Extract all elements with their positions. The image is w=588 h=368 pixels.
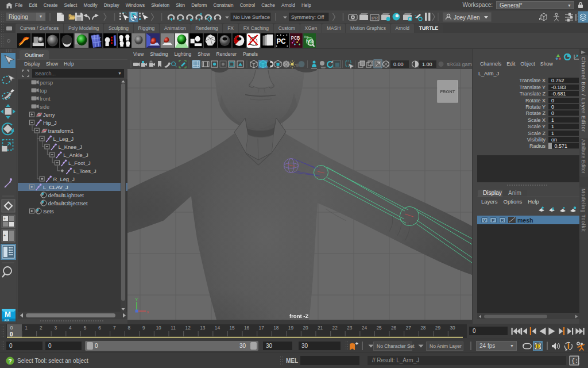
svg-text:Sets: Sets <box>43 209 54 214</box>
svg-text:11: 11 <box>171 325 176 331</box>
svg-text:14: 14 <box>215 325 220 331</box>
svg-text:8: 8 <box>127 325 130 331</box>
svg-text:24: 24 <box>362 325 368 331</box>
svg-text:3: 3 <box>54 325 57 331</box>
svg-text:16: 16 <box>244 325 250 331</box>
svg-text:L_Ankle_J: L_Ankle_J <box>63 152 88 158</box>
svg-text:L_Knee_J: L_Knee_J <box>58 144 82 150</box>
svg-text:Hip_J: Hip_J <box>43 120 57 126</box>
svg-text:29: 29 <box>435 325 441 331</box>
svg-text:0: 0 <box>10 331 13 338</box>
svg-text:defaultObjectSet: defaultObjectSet <box>48 201 88 206</box>
svg-text:Jerry: Jerry <box>43 112 55 118</box>
svg-text:12: 12 <box>185 325 191 331</box>
svg-text:AYA: AYA <box>5 319 9 322</box>
svg-text:0: 0 <box>10 325 13 331</box>
svg-text:L_CLAV_J: L_CLAV_J <box>43 185 68 190</box>
svg-text:sRGB gamm: sRGB gamm <box>447 62 472 67</box>
svg-text:7: 7 <box>113 325 116 331</box>
svg-text:15: 15 <box>229 325 235 331</box>
svg-text:21: 21 <box>318 325 323 331</box>
svg-text:L_Leg_J: L_Leg_J <box>53 136 74 142</box>
svg-text:PC: PC <box>277 37 286 46</box>
svg-text:transform1: transform1 <box>48 128 74 134</box>
svg-text:side: side <box>40 104 49 110</box>
svg-text:5: 5 <box>84 325 87 331</box>
svg-text:R_Leg_J: R_Leg_J <box>53 177 75 182</box>
svg-text:{:}: {:} <box>571 358 579 365</box>
svg-text:top: top <box>40 88 47 94</box>
svg-text:9: 9 <box>142 325 145 331</box>
svg-text:FRONT: FRONT <box>440 89 455 94</box>
svg-text:19: 19 <box>288 325 294 331</box>
svg-text:+: + <box>3 233 6 237</box>
svg-text:10: 10 <box>156 325 161 331</box>
svg-text:20: 20 <box>303 325 308 331</box>
svg-text:27: 27 <box>406 325 412 331</box>
svg-text:4: 4 <box>69 325 72 331</box>
svg-text:13: 13 <box>200 325 206 331</box>
svg-text:x: x <box>147 309 149 315</box>
svg-text:22: 22 <box>332 325 338 331</box>
svg-text:M: M <box>5 310 11 319</box>
svg-text:23: 23 <box>347 325 353 331</box>
svg-text:front: front <box>40 96 51 102</box>
svg-text:IPR: IPR <box>372 16 378 20</box>
svg-text:Joey Allen: Joey Allen <box>454 14 480 21</box>
svg-text:0.00: 0.00 <box>393 62 404 67</box>
svg-text:Y: Y <box>135 297 138 302</box>
svg-text:25: 25 <box>376 325 382 331</box>
svg-text:6: 6 <box>98 325 101 331</box>
svg-text:28: 28 <box>420 325 426 331</box>
svg-text:26: 26 <box>391 325 397 331</box>
svg-text:Symmetry: Off: Symmetry: Off <box>291 14 324 20</box>
svg-text:1.00: 1.00 <box>422 62 432 67</box>
svg-text:defaultLightSet: defaultLightSet <box>48 193 84 198</box>
svg-text:18: 18 <box>273 325 279 331</box>
svg-text:persp: persp <box>40 80 53 86</box>
svg-text:17: 17 <box>259 325 265 331</box>
svg-text:front -Z: front -Z <box>289 313 308 319</box>
svg-text:+: + <box>3 217 6 221</box>
svg-text:No Live Surface: No Live Surface <box>233 14 270 20</box>
svg-text:PCB: PCB <box>291 35 300 41</box>
svg-text:30: 30 <box>450 325 455 331</box>
svg-text:L_Foot_J: L_Foot_J <box>68 160 91 166</box>
svg-text:2: 2 <box>40 325 42 331</box>
svg-text:1: 1 <box>25 325 28 331</box>
svg-text:?: ? <box>9 358 12 365</box>
svg-text:L_Toes_J: L_Toes_J <box>74 168 96 174</box>
